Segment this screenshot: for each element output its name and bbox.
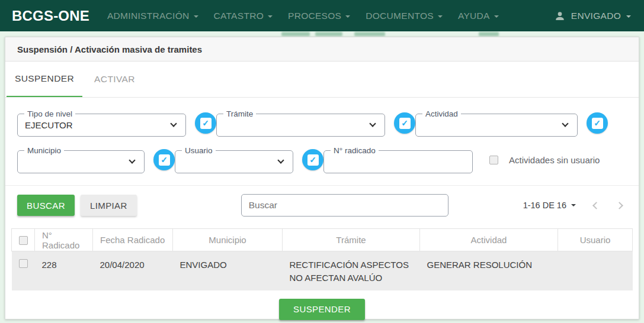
actividades-sin-usuario-label: Actividades sin usuario [509, 155, 600, 165]
chevron-down-icon [277, 157, 284, 163]
user-menu[interactable]: ENVIGADO [554, 10, 631, 22]
actividad-apply-button[interactable]: ✓ [587, 112, 608, 134]
cell-usuario [558, 251, 633, 290]
cell-tramite: RECTIFICACIÓN ASPECTOS NO AFECTAN AVALÚO [283, 251, 420, 290]
chevron-down-icon [369, 120, 376, 127]
municipio-select[interactable] [23, 155, 139, 167]
tipo-de-nivel-value: EJECUTOR [25, 120, 73, 130]
top-navbar: BCGS-ONE ADMINISTRACIÓN CATASTRO PROCESO… [0, 0, 644, 31]
usuario-select[interactable] [180, 155, 288, 167]
page-range-selector[interactable]: 1-16 DE 16 [523, 201, 576, 210]
header-actividad: Actividad [420, 229, 558, 251]
app-logo[interactable]: BCGS-ONE [12, 8, 89, 24]
tab-activar[interactable]: ACTIVAR [86, 62, 143, 97]
actividad-field: Actividad [415, 109, 578, 137]
chevron-down-icon [345, 15, 350, 18]
nav-menu-label: DOCUMENTOS [366, 11, 434, 21]
chevron-down-icon [494, 15, 499, 18]
tipo-de-nivel-label: Tipo de nivel [24, 109, 75, 118]
chevron-down-icon [170, 120, 177, 127]
checkmark-icon: ✓ [159, 154, 170, 166]
header-usuario: Usuario [558, 229, 633, 251]
tramite-field: Trámite [216, 109, 385, 137]
tab-label: ACTIVAR [94, 74, 135, 85]
actividades-sin-usuario-checkbox[interactable] [489, 156, 498, 164]
header-n-radicado: N° Radicado [35, 229, 93, 251]
tipo-de-nivel-apply-button[interactable]: ✓ [195, 112, 216, 134]
header-tramite: Trámite [283, 229, 420, 251]
chevron-down-icon [129, 157, 135, 163]
nav-menu-label: PROCESOS [288, 11, 341, 21]
caret-down-icon [571, 204, 576, 206]
tab-suspender[interactable]: SUSPENDER [7, 62, 82, 97]
municipio-apply-button[interactable]: ✓ [153, 149, 175, 170]
results-table: N° Radicado Fecha Radicado Municipio Trá… [11, 228, 633, 290]
suspender-action-area: SUSPENDER [5, 299, 639, 320]
buscar-button[interactable]: BUSCAR [17, 195, 75, 216]
chevron-down-icon [438, 15, 443, 18]
tipo-de-nivel-field: Tipo de nivel EJECUTOR [17, 109, 186, 137]
limpiar-button[interactable]: LIMPIAR [81, 195, 137, 216]
results-table-wrap: N° Radicado Fecha Radicado Municipio Trá… [11, 228, 633, 290]
header-municipio: Municipio [173, 229, 283, 251]
nav-menu-label: CATASTRO [214, 11, 264, 21]
nav-menu-catastro[interactable]: CATASTRO [214, 11, 273, 21]
usuario-apply-button[interactable]: ✓ [302, 149, 323, 170]
nav-menu-label: ADMINISTRACIÓN [107, 11, 190, 21]
tramite-select[interactable] [222, 118, 380, 131]
checkmark-icon: ✓ [399, 118, 411, 129]
page-title: Suspensión / Activación masiva de tramit… [17, 44, 202, 54]
nav-menu-documentos[interactable]: DOCUMENTOS [366, 11, 443, 21]
tramite-apply-button[interactable]: ✓ [394, 112, 415, 134]
nav-menu-administracion[interactable]: ADMINISTRACIÓN [107, 11, 198, 21]
chevron-down-icon [268, 15, 273, 18]
header-fecha-radicado: Fecha Radicado [93, 229, 173, 251]
municipio-label: Municipio [24, 146, 64, 155]
chevron-down-icon [626, 15, 631, 18]
nav-menu-ayuda[interactable]: AYUDA [458, 11, 499, 21]
search-input[interactable] [241, 194, 448, 217]
checkmark-icon: ✓ [307, 154, 319, 166]
tramite-label: Trámite [223, 109, 256, 118]
page-range-label: 1-16 DE 16 [523, 201, 566, 210]
n-radicado-input[interactable] [329, 155, 467, 167]
nav-menus: ADMINISTRACIÓN CATASTRO PROCESOS DOCUMEN… [107, 11, 499, 21]
usuario-field: Usuario [175, 146, 293, 173]
actividad-select[interactable] [421, 118, 572, 131]
filters-row-2: Municipio ✓ Usuario ✓ N° radic [17, 146, 627, 173]
tipo-de-nivel-select[interactable]: EJECUTOR [23, 118, 181, 131]
suspender-button[interactable]: SUSPENDER [279, 299, 365, 320]
filters-section: Tipo de nivel EJECUTOR ✓ Trámite ✓ [5, 98, 639, 185]
page-title-bar: Suspensión / Activación masiva de tramit… [5, 37, 639, 62]
chevron-down-icon [194, 15, 198, 18]
cell-municipio: ENVIGADO [173, 251, 283, 290]
actions-row: BUSCAR LIMPIAR 1-16 DE 16 [5, 186, 639, 225]
nav-menu-procesos[interactable]: PROCESOS [288, 11, 350, 21]
chevron-down-icon [562, 120, 568, 127]
n-radicado-field: N° radicado [323, 146, 473, 173]
checkmark-icon: ✓ [592, 118, 603, 129]
table-row: 228 20/04/2020 ENVIGADO RECTIFICACIÓN AS… [12, 251, 633, 290]
tab-label: SUSPENDER [15, 73, 74, 84]
cell-n-radicado: 228 [35, 251, 93, 290]
pagination: 1-16 DE 16 [523, 201, 622, 210]
row-checkbox[interactable] [19, 259, 28, 268]
cell-fecha-radicado: 20/04/2020 [93, 251, 173, 290]
checkmark-icon: ✓ [200, 118, 212, 129]
main-card: Suspensión / Activación masiva de tramit… [5, 37, 639, 319]
n-radicado-label: N° radicado [331, 146, 379, 155]
actividades-sin-usuario-group: Actividades sin usuario [489, 155, 600, 165]
usuario-label: Usuario [182, 146, 216, 155]
table-header-row: N° Radicado Fecha Radicado Municipio Trá… [12, 229, 633, 251]
next-page-button[interactable] [616, 202, 623, 209]
cell-actividad: GENERAR RESOLUCIÓN [420, 251, 558, 290]
user-name: ENVIGADO [571, 11, 621, 21]
nav-menu-label: AYUDA [458, 11, 490, 21]
user-icon [554, 10, 566, 22]
filters-row-1: Tipo de nivel EJECUTOR ✓ Trámite ✓ [17, 109, 627, 137]
actividad-label: Actividad [422, 109, 461, 118]
select-all-checkbox[interactable] [19, 236, 28, 245]
municipio-field: Municipio [17, 146, 145, 173]
tab-bar: SUSPENDER ACTIVAR [5, 62, 639, 98]
previous-page-button[interactable] [592, 202, 600, 209]
